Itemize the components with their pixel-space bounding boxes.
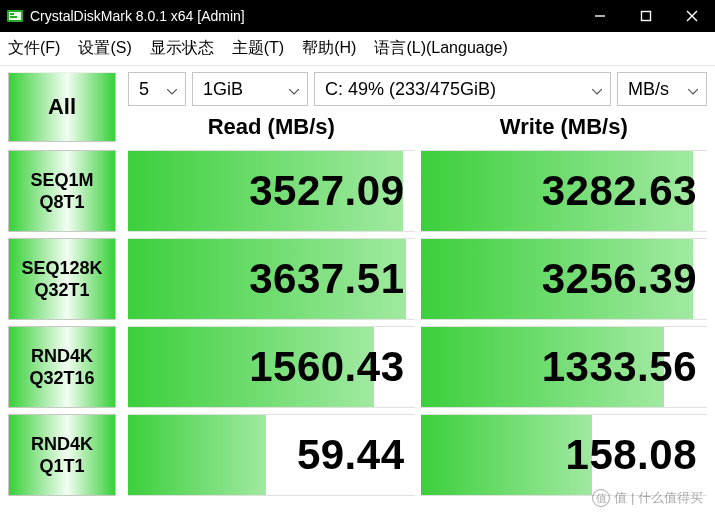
- test-label-line1: RND4K: [31, 433, 93, 456]
- menubar: 文件(F) 设置(S) 显示状态 主题(T) 帮助(H) 语言(L)(Langu…: [0, 32, 715, 66]
- svg-rect-5: [642, 12, 651, 21]
- controls-row: All 5 1GiB C: 49% (233/475GiB) MB/s Read…: [0, 66, 715, 150]
- read-cell: 59.44: [128, 414, 415, 496]
- menu-theme[interactable]: 主题(T): [232, 38, 284, 59]
- window-title: CrystalDiskMark 8.0.1 x64 [Admin]: [30, 8, 577, 24]
- watermark: 值 值 | 什么值得买: [592, 489, 703, 507]
- app-icon: [6, 7, 24, 25]
- unit-value: MB/s: [628, 79, 669, 100]
- menu-display[interactable]: 显示状态: [150, 38, 214, 59]
- test-button-seq128k-q32t1[interactable]: SEQ128K Q32T1: [8, 238, 116, 320]
- header-write: Write (MB/s): [421, 110, 708, 146]
- test-label-line2: Q1T1: [39, 455, 84, 478]
- read-value: 3637.51: [249, 255, 404, 303]
- write-cell: 3256.39: [421, 238, 708, 320]
- watermark-text: 值 | 什么值得买: [614, 489, 703, 507]
- drive-value: C: 49% (233/475GiB): [325, 79, 496, 100]
- test-button-seq1m-q8t1[interactable]: SEQ1M Q8T1: [8, 150, 116, 232]
- chevron-down-icon: [592, 79, 602, 100]
- write-value: 158.08: [566, 431, 697, 479]
- write-cell: 158.08: [421, 414, 708, 496]
- read-cell: 3527.09: [128, 150, 415, 232]
- write-cell: 1333.56: [421, 326, 708, 408]
- titlebar: CrystalDiskMark 8.0.1 x64 [Admin]: [0, 0, 715, 32]
- maximize-button[interactable]: [623, 0, 669, 32]
- test-label-line1: RND4K: [31, 345, 93, 368]
- test-label-line2: Q32T1: [34, 279, 89, 302]
- read-cell: 1560.43: [128, 326, 415, 408]
- result-row: RND4K Q32T16 1560.43 1333.56: [8, 326, 707, 408]
- chevron-down-icon: [289, 79, 299, 100]
- result-row: RND4K Q1T1 59.44 158.08: [8, 414, 707, 496]
- close-button[interactable]: [669, 0, 715, 32]
- write-value: 1333.56: [542, 343, 697, 391]
- test-label-line1: SEQ128K: [21, 257, 102, 280]
- watermark-icon: 值: [592, 489, 610, 507]
- header-read: Read (MB/s): [128, 110, 415, 146]
- unit-select[interactable]: MB/s: [617, 72, 707, 106]
- test-count-select[interactable]: 5: [128, 72, 186, 106]
- chevron-down-icon: [167, 79, 177, 100]
- results-grid: SEQ1M Q8T1 3527.09 3282.63 SEQ128K Q32T1…: [0, 150, 715, 496]
- menu-help[interactable]: 帮助(H): [302, 38, 356, 59]
- write-cell: 3282.63: [421, 150, 708, 232]
- test-button-rnd4k-q1t1[interactable]: RND4K Q1T1: [8, 414, 116, 496]
- test-size-select[interactable]: 1GiB: [192, 72, 308, 106]
- test-label-line1: SEQ1M: [30, 169, 93, 192]
- write-value: 3282.63: [542, 167, 697, 215]
- all-button[interactable]: All: [8, 72, 116, 142]
- read-cell: 3637.51: [128, 238, 415, 320]
- chevron-down-icon: [688, 79, 698, 100]
- svg-rect-3: [10, 16, 17, 18]
- result-row: SEQ1M Q8T1 3527.09 3282.63: [8, 150, 707, 232]
- read-value: 3527.09: [249, 167, 404, 215]
- test-size-value: 1GiB: [203, 79, 243, 100]
- svg-rect-2: [10, 13, 14, 15]
- write-value: 3256.39: [542, 255, 697, 303]
- drive-select[interactable]: C: 49% (233/475GiB): [314, 72, 611, 106]
- menu-file[interactable]: 文件(F): [8, 38, 60, 59]
- test-count-value: 5: [139, 79, 149, 100]
- test-button-rnd4k-q32t16[interactable]: RND4K Q32T16: [8, 326, 116, 408]
- result-row: SEQ128K Q32T1 3637.51 3256.39: [8, 238, 707, 320]
- test-label-line2: Q32T16: [29, 367, 94, 390]
- menu-settings[interactable]: 设置(S): [78, 38, 131, 59]
- minimize-button[interactable]: [577, 0, 623, 32]
- read-value: 1560.43: [249, 343, 404, 391]
- menu-language[interactable]: 语言(L)(Language): [374, 38, 507, 59]
- read-value: 59.44: [297, 431, 405, 479]
- test-label-line2: Q8T1: [39, 191, 84, 214]
- read-bar: [128, 415, 266, 495]
